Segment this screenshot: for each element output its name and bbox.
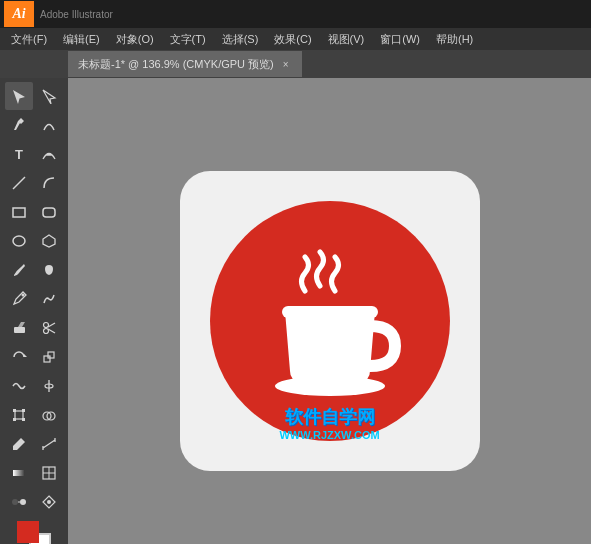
direct-selection-tool[interactable]	[35, 82, 63, 110]
svg-rect-17	[13, 409, 16, 412]
warp-tool[interactable]	[5, 372, 33, 400]
rounded-rect-tool[interactable]	[35, 198, 63, 226]
measure-tool[interactable]	[35, 430, 63, 458]
line-tool[interactable]	[5, 169, 33, 197]
toolbar: T	[0, 78, 68, 544]
eyedropper-tool[interactable]	[5, 430, 33, 458]
svg-rect-2	[43, 208, 55, 217]
pen-tool[interactable]	[5, 111, 33, 139]
live-paint-tool[interactable]	[35, 488, 63, 516]
artboard: 软件自学网 WWW.RJZXW.COM	[180, 171, 480, 471]
tab-label: 未标题-1* @ 136.9% (CMYK/GPU 预览)	[78, 57, 274, 72]
scale-tool[interactable]	[35, 343, 63, 371]
svg-marker-11	[24, 354, 27, 357]
main-area: T	[0, 78, 591, 544]
arc-tool[interactable]	[35, 169, 63, 197]
svg-point-7	[44, 323, 49, 328]
menu-effect[interactable]: 效果(C)	[267, 30, 318, 49]
scissors-tool[interactable]	[35, 314, 63, 342]
tab-bar: 未标题-1* @ 136.9% (CMYK/GPU 预览) ×	[0, 50, 591, 78]
svg-point-30	[12, 499, 18, 505]
svg-rect-18	[22, 409, 25, 412]
menu-select[interactable]: 选择(S)	[215, 30, 266, 49]
fill-stroke-indicator[interactable]	[17, 521, 51, 544]
gradient-tool[interactable]	[5, 459, 33, 487]
curvature-tool[interactable]	[35, 111, 63, 139]
paintbrush-tool[interactable]	[5, 256, 33, 284]
svg-rect-26	[13, 470, 25, 476]
menu-type[interactable]: 文字(T)	[163, 30, 213, 49]
svg-marker-4	[43, 235, 55, 247]
svg-rect-19	[13, 418, 16, 421]
coffee-logo-circle	[210, 201, 450, 441]
svg-point-8	[44, 329, 49, 334]
svg-point-37	[275, 376, 385, 396]
svg-rect-6	[14, 327, 25, 333]
menu-edit[interactable]: 编辑(E)	[56, 30, 107, 49]
selection-tool[interactable]	[5, 82, 33, 110]
menu-window[interactable]: 窗口(W)	[373, 30, 427, 49]
ellipse-tool[interactable]	[5, 227, 33, 255]
svg-point-5	[22, 294, 25, 297]
pencil-tool[interactable]	[5, 285, 33, 313]
svg-rect-12	[44, 356, 50, 362]
area-type-tool[interactable]	[35, 140, 63, 168]
coffee-cup-svg	[240, 231, 420, 411]
svg-rect-13	[48, 352, 54, 358]
smooth-tool[interactable]	[35, 285, 63, 313]
canvas-area[interactable]: 软件自学网 WWW.RJZXW.COM	[68, 78, 591, 544]
svg-rect-1	[13, 208, 25, 217]
menu-help[interactable]: 帮助(H)	[429, 30, 480, 49]
svg-point-31	[20, 499, 26, 505]
mesh-tool[interactable]	[35, 459, 63, 487]
document-tab[interactable]: 未标题-1* @ 136.9% (CMYK/GPU 预览) ×	[68, 51, 302, 77]
svg-line-0	[13, 177, 25, 189]
fill-color[interactable]	[17, 521, 39, 543]
svg-point-33	[47, 500, 51, 504]
menu-object[interactable]: 对象(O)	[109, 30, 161, 49]
window-title: Adobe Illustrator	[40, 9, 113, 20]
menu-bar: 文件(F) 编辑(E) 对象(O) 文字(T) 选择(S) 效果(C) 视图(V…	[0, 28, 591, 50]
svg-rect-20	[22, 418, 25, 421]
width-tool[interactable]	[35, 372, 63, 400]
free-transform-tool[interactable]	[5, 401, 33, 429]
menu-view[interactable]: 视图(V)	[321, 30, 372, 49]
title-bar: Ai Adobe Illustrator	[0, 0, 591, 28]
rectangle-tool[interactable]	[5, 198, 33, 226]
svg-line-23	[43, 440, 55, 448]
blob-brush-tool[interactable]	[35, 256, 63, 284]
svg-rect-16	[15, 411, 23, 419]
tab-close-button[interactable]: ×	[280, 58, 292, 70]
menu-file[interactable]: 文件(F)	[4, 30, 54, 49]
type-tool[interactable]: T	[5, 140, 33, 168]
eraser-tool[interactable]	[5, 314, 33, 342]
rotate-tool[interactable]	[5, 343, 33, 371]
svg-rect-36	[282, 306, 378, 318]
blend-tool[interactable]	[5, 488, 33, 516]
ai-logo: Ai	[4, 1, 34, 27]
svg-point-3	[13, 236, 25, 246]
shape-builder-tool[interactable]	[35, 401, 63, 429]
polygon-tool[interactable]	[35, 227, 63, 255]
